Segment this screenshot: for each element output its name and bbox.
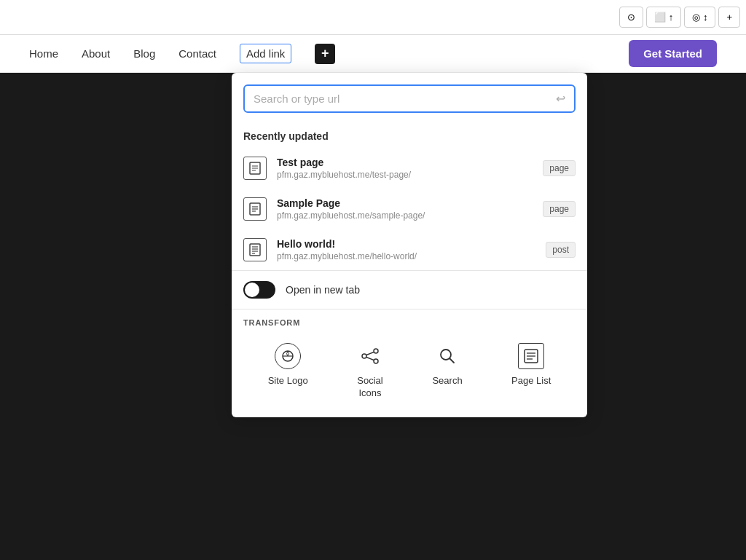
- nav-item-add-link[interactable]: Add link: [240, 44, 291, 63]
- result-badge-hello-world: post: [546, 242, 576, 258]
- toolbar-btn-4[interactable]: +: [718, 7, 740, 28]
- transform-item-page-list[interactable]: Page List: [500, 337, 562, 406]
- link-dropdown-panel: ↩ Recently updated Test page pfm.gaz.myb…: [232, 73, 587, 417]
- result-url-sample-page: pfm.gaz.mybluehost.me/sample-page/: [277, 210, 533, 221]
- result-url-hello-world: pfm.gaz.mybluehost.me/hello-world/: [277, 251, 535, 261]
- svg-line-19: [366, 358, 374, 360]
- svg-point-15: [374, 349, 378, 353]
- nav-item-about[interactable]: About: [82, 44, 110, 63]
- nav-add-button[interactable]: +: [315, 44, 335, 64]
- result-title-sample-page: Sample Page: [277, 197, 533, 209]
- svg-point-17: [374, 359, 378, 363]
- toolbar-btn-2[interactable]: ⬜ ↑: [646, 7, 681, 28]
- return-icon: ↩: [556, 92, 565, 106]
- result-title-test-page: Test page: [277, 157, 533, 168]
- result-url-test-page: pfm.gaz.mybluehost.me/test-page/: [277, 170, 533, 180]
- page-list-label: Page List: [511, 375, 551, 387]
- transform-item-site-logo[interactable]: Site Logo: [256, 337, 320, 406]
- result-badge-sample-page: page: [543, 201, 576, 217]
- result-item-test-page[interactable]: Test page pfm.gaz.mybluehost.me/test-pag…: [232, 148, 587, 189]
- recently-updated-label: Recently updated: [232, 122, 587, 148]
- toggle-knob: [245, 283, 259, 297]
- search-label: Search: [432, 375, 462, 387]
- page-icon-sample: [243, 197, 267, 221]
- top-toolbar: ⊙ ⬜ ↑ ◎ ↕ +: [0, 0, 746, 35]
- nav-bar: Home About Blog Contact Add link + Get S…: [0, 35, 746, 73]
- svg-rect-8: [250, 244, 260, 256]
- search-icon: [434, 343, 460, 369]
- svg-line-21: [450, 359, 455, 363]
- search-input[interactable]: [254, 92, 550, 105]
- post-icon-hello: [243, 238, 267, 261]
- result-item-hello-world[interactable]: Hello world! pfm.gaz.mybluehost.me/hello…: [232, 229, 587, 270]
- social-icons-icon: [357, 343, 383, 369]
- result-info-test-page: Test page pfm.gaz.mybluehost.me/test-pag…: [277, 157, 533, 180]
- transform-item-search[interactable]: Search: [420, 337, 474, 406]
- nav-item-contact[interactable]: Contact: [178, 44, 216, 63]
- transform-section-label: TRANSFORM: [243, 318, 576, 327]
- result-title-hello-world: Hello world!: [277, 238, 535, 250]
- result-badge-test-page: page: [543, 160, 576, 176]
- open-in-new-tab-toggle[interactable]: [243, 281, 275, 299]
- get-started-button[interactable]: Get Started: [629, 40, 717, 67]
- result-item-sample-page[interactable]: Sample Page pfm.gaz.mybluehost.me/sample…: [232, 189, 587, 229]
- search-section: ↩: [232, 73, 587, 122]
- nav-item-home[interactable]: Home: [29, 44, 58, 63]
- nav-item-blog[interactable]: Blog: [133, 44, 155, 63]
- transform-item-social-icons[interactable]: SocialIcons: [345, 337, 395, 406]
- svg-line-18: [366, 352, 374, 355]
- page-icon-test: [243, 157, 267, 180]
- page-list-icon: [518, 343, 544, 369]
- transform-items: Site Logo SocialIcons: [243, 337, 576, 406]
- search-input-wrapper[interactable]: ↩: [243, 84, 576, 113]
- transform-section: TRANSFORM Site Logo: [232, 309, 587, 417]
- result-info-sample-page: Sample Page pfm.gaz.mybluehost.me/sample…: [277, 197, 533, 221]
- social-icons-label: SocialIcons: [357, 375, 382, 400]
- toolbar-btn-1[interactable]: ⊙: [619, 7, 643, 28]
- toggle-label: Open in new tab: [286, 284, 360, 296]
- site-logo-label: Site Logo: [268, 375, 308, 387]
- toggle-section: Open in new tab: [232, 271, 587, 309]
- svg-point-16: [362, 354, 366, 358]
- result-info-hello-world: Hello world! pfm.gaz.mybluehost.me/hello…: [277, 238, 535, 261]
- site-logo-icon: [275, 343, 301, 369]
- toolbar-btn-3[interactable]: ◎ ↕: [684, 7, 715, 28]
